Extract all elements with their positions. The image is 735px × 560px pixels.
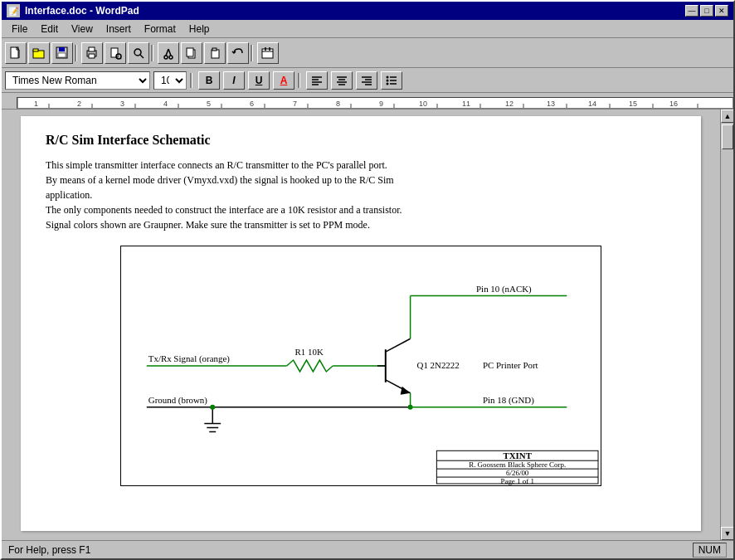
bullets-button[interactable]	[381, 71, 402, 90]
italic-button[interactable]: I	[223, 71, 245, 90]
font-size-selector[interactable]: 10	[153, 71, 187, 90]
svg-line-13	[120, 58, 121, 59]
svg-point-97	[210, 405, 215, 410]
title-bar: 📝 Interface.doc - WordPad — □ ✕	[2, 2, 733, 20]
svg-text:16: 16	[669, 100, 678, 108]
maximize-button[interactable]: □	[700, 5, 713, 17]
menu-insert[interactable]: Insert	[100, 22, 138, 37]
window-title: Interface.doc - WordPad	[25, 5, 139, 17]
svg-text:2: 2	[77, 100, 81, 108]
svg-text:6: 6	[250, 100, 254, 108]
svg-text:13: 13	[547, 100, 555, 108]
svg-rect-10	[89, 54, 95, 58]
svg-line-19	[168, 49, 171, 56]
sep3	[251, 42, 256, 64]
svg-text:10: 10	[419, 100, 427, 108]
document-title: R/C Sim Interface Schematic	[46, 133, 676, 148]
menu-format[interactable]: Format	[138, 22, 183, 37]
menu-view[interactable]: View	[65, 22, 100, 37]
color-button[interactable]: A	[273, 71, 294, 90]
svg-point-17	[169, 56, 173, 59]
align-right-button[interactable]	[356, 71, 377, 90]
print-preview-button[interactable]	[105, 42, 126, 64]
svg-rect-9	[89, 47, 95, 51]
sep2	[151, 42, 156, 64]
format-bar: Times New Roman 10 B I U A	[2, 68, 733, 93]
bold-button[interactable]: B	[198, 71, 220, 90]
copy-button[interactable]	[181, 42, 202, 64]
document-page: R/C Sim Interface Schematic This simple …	[21, 116, 701, 531]
svg-text:3: 3	[120, 100, 124, 108]
align-center-button[interactable]	[331, 71, 353, 90]
print-button[interactable]	[81, 42, 103, 64]
save-button[interactable]	[51, 42, 73, 64]
scroll-up-button[interactable]: ▲	[721, 110, 733, 123]
svg-text:Tx/Rx Signal (orange): Tx/Rx Signal (orange)	[148, 353, 231, 364]
format-sep1	[190, 73, 195, 88]
svg-rect-23	[212, 48, 217, 51]
undo-button[interactable]	[227, 42, 249, 64]
new-button[interactable]	[5, 42, 27, 64]
sep1	[75, 42, 80, 64]
doc-para-3: application.	[46, 189, 92, 201]
app-icon: 📝	[7, 4, 20, 17]
svg-text:Ground (brown): Ground (brown)	[148, 395, 208, 406]
scroll-thumb[interactable]	[722, 124, 733, 149]
scroll-down-button[interactable]: ▼	[721, 527, 733, 540]
svg-line-18	[166, 49, 168, 56]
date-time-button[interactable]	[257, 42, 279, 64]
svg-text:6/26/00: 6/26/00	[506, 469, 529, 477]
svg-text:R. Goossens Black Sphere Corp.: R. Goossens Black Sphere Corp.	[469, 460, 566, 469]
svg-rect-7	[58, 53, 66, 57]
content-area: R/C Sim Interface Schematic This simple …	[2, 110, 733, 540]
vertical-scrollbar: ▲ ▼	[720, 110, 733, 540]
svg-text:5: 5	[207, 100, 211, 108]
svg-line-15	[140, 55, 144, 58]
title-bar-left: 📝 Interface.doc - WordPad	[7, 4, 139, 17]
cut-button[interactable]	[158, 42, 179, 64]
svg-rect-4	[33, 49, 38, 51]
find-button[interactable]	[128, 42, 149, 64]
ruler: 1 2 3 4 5 6 7 8 9 10 11	[2, 93, 733, 110]
doc-para-5: Signal colors shown are Graupner. Make s…	[46, 219, 370, 231]
svg-text:11: 11	[462, 100, 470, 108]
svg-text:Pin 18 (GND): Pin 18 (GND)	[483, 395, 534, 406]
help-text: For Help, press F1	[8, 544, 90, 556]
doc-para-1: This simple transmitter interface connec…	[46, 159, 387, 171]
svg-text:15: 15	[629, 100, 637, 108]
scroll-track[interactable]	[721, 123, 733, 527]
menu-help[interactable]: Help	[183, 22, 217, 37]
svg-rect-24	[262, 49, 273, 58]
document-scroll[interactable]: R/C Sim Interface Schematic This simple …	[2, 110, 720, 540]
svg-point-96	[408, 405, 413, 410]
svg-point-40	[387, 75, 389, 78]
status-bar: For Help, press F1 NUM	[2, 540, 733, 558]
svg-text:TXINT: TXINT	[503, 450, 532, 460]
align-left-button[interactable]	[306, 71, 328, 90]
num-lock-indicator: NUM	[693, 543, 727, 558]
svg-point-14	[134, 49, 141, 56]
svg-rect-21	[187, 48, 193, 56]
svg-text:Pin 10 (nACK): Pin 10 (nACK)	[476, 284, 532, 295]
paste-button[interactable]	[204, 42, 226, 64]
svg-text:PC Printer Port: PC Printer Port	[483, 360, 538, 370]
svg-text:9: 9	[379, 100, 383, 108]
underline-button[interactable]: U	[248, 71, 270, 90]
menu-file[interactable]: File	[5, 22, 34, 37]
svg-text:4: 4	[163, 100, 168, 108]
menu-edit[interactable]: Edit	[34, 22, 65, 37]
font-selector[interactable]: Times New Roman	[5, 71, 150, 90]
open-button[interactable]	[28, 42, 50, 64]
toolbar	[2, 38, 733, 68]
main-window: 📝 Interface.doc - WordPad — □ ✕ File Edi…	[0, 0, 735, 560]
svg-rect-6	[59, 47, 65, 51]
schematic-diagram: Tx/Rx Signal (orange) R1 10K Q1 2N2222 P…	[120, 246, 601, 486]
minimize-button[interactable]: —	[685, 5, 698, 17]
close-button[interactable]: ✕	[715, 5, 728, 17]
svg-text:8: 8	[336, 100, 340, 108]
svg-point-44	[387, 82, 389, 85]
menu-bar: File Edit View Insert Format Help	[2, 20, 733, 38]
document-body: This simple transmitter interface connec…	[46, 158, 676, 232]
svg-point-16	[164, 56, 168, 59]
svg-text:14: 14	[588, 100, 596, 108]
